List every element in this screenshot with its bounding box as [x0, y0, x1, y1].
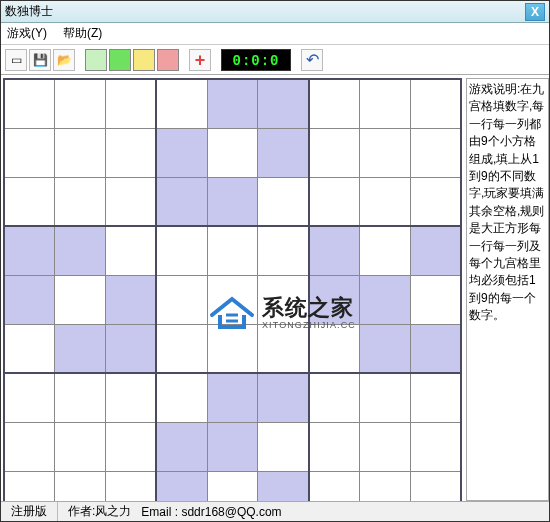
sudoku-cell[interactable] — [106, 471, 157, 501]
sudoku-cell[interactable] — [156, 128, 207, 177]
sudoku-cell[interactable] — [4, 373, 55, 422]
sudoku-cell[interactable] — [207, 128, 258, 177]
close-button[interactable]: X — [525, 3, 545, 21]
sudoku-cell[interactable] — [309, 373, 360, 422]
folder-open-icon: 📂 — [57, 53, 72, 67]
sudoku-cell[interactable] — [55, 177, 106, 226]
sudoku-cell[interactable] — [55, 226, 106, 275]
status-author: 作者: 风之力 Email : sddr168@QQ.com — [58, 502, 292, 521]
color-red[interactable] — [157, 49, 179, 71]
titlebar: 数独博士 X — [1, 1, 549, 23]
sudoku-cell[interactable] — [4, 226, 55, 275]
sudoku-cell[interactable] — [4, 422, 55, 471]
sudoku-cell[interactable] — [106, 177, 157, 226]
sudoku-cell[interactable] — [4, 177, 55, 226]
menu-help[interactable]: 帮助(Z) — [63, 25, 102, 42]
sudoku-cell[interactable] — [106, 422, 157, 471]
sudoku-cell[interactable] — [359, 128, 410, 177]
sudoku-cell[interactable] — [410, 177, 461, 226]
sudoku-cell[interactable] — [359, 471, 410, 501]
sudoku-cell[interactable] — [156, 226, 207, 275]
sudoku-cell[interactable] — [309, 471, 360, 501]
sudoku-area: 系统之家 XITONGZHIJIA.CC — [3, 78, 464, 501]
sudoku-cell[interactable] — [55, 79, 106, 128]
new-button[interactable]: ▭ — [5, 49, 27, 71]
sudoku-cell[interactable] — [207, 324, 258, 373]
sudoku-cell[interactable] — [106, 128, 157, 177]
sudoku-cell[interactable] — [258, 471, 309, 501]
sudoku-cell[interactable] — [309, 128, 360, 177]
sudoku-cell[interactable] — [207, 373, 258, 422]
sudoku-cell[interactable] — [359, 79, 410, 128]
sudoku-cell[interactable] — [156, 471, 207, 501]
color-green[interactable] — [109, 49, 131, 71]
sudoku-cell[interactable] — [4, 471, 55, 501]
sudoku-cell[interactable] — [359, 324, 410, 373]
sudoku-cell[interactable] — [4, 275, 55, 324]
sudoku-cell[interactable] — [106, 275, 157, 324]
sudoku-cell[interactable] — [55, 324, 106, 373]
sudoku-cell[interactable] — [156, 177, 207, 226]
sudoku-cell[interactable] — [359, 422, 410, 471]
sudoku-cell[interactable] — [258, 422, 309, 471]
sudoku-cell[interactable] — [410, 128, 461, 177]
sudoku-cell[interactable] — [258, 373, 309, 422]
sudoku-cell[interactable] — [207, 275, 258, 324]
sudoku-cell[interactable] — [410, 226, 461, 275]
sudoku-cell[interactable] — [309, 324, 360, 373]
color-light-green[interactable] — [85, 49, 107, 71]
sudoku-cell[interactable] — [359, 226, 410, 275]
sudoku-cell[interactable] — [258, 226, 309, 275]
sudoku-cell[interactable] — [359, 177, 410, 226]
sudoku-cell[interactable] — [156, 275, 207, 324]
sudoku-cell[interactable] — [106, 373, 157, 422]
sudoku-cell[interactable] — [359, 275, 410, 324]
sudoku-cell[interactable] — [4, 324, 55, 373]
sudoku-cell[interactable] — [156, 422, 207, 471]
sudoku-cell[interactable] — [55, 128, 106, 177]
sudoku-cell[interactable] — [55, 422, 106, 471]
sudoku-cell[interactable] — [258, 275, 309, 324]
sudoku-cell[interactable] — [106, 79, 157, 128]
toolbar: ▭ 💾 📂 + 0:0:0 ↶ — [1, 45, 549, 75]
window-title: 数独博士 — [5, 3, 525, 20]
sudoku-cell[interactable] — [55, 275, 106, 324]
sudoku-cell[interactable] — [258, 324, 309, 373]
sudoku-cell[interactable] — [156, 373, 207, 422]
sudoku-cell[interactable] — [258, 177, 309, 226]
sudoku-cell[interactable] — [207, 226, 258, 275]
sudoku-cell[interactable] — [207, 177, 258, 226]
sudoku-cell[interactable] — [359, 373, 410, 422]
sudoku-cell[interactable] — [410, 422, 461, 471]
sudoku-cell[interactable] — [309, 79, 360, 128]
sudoku-cell[interactable] — [55, 471, 106, 501]
color-yellow[interactable] — [133, 49, 155, 71]
sudoku-cell[interactable] — [258, 128, 309, 177]
menu-game[interactable]: 游戏(Y) — [7, 25, 47, 42]
open-button[interactable]: 📂 — [53, 49, 75, 71]
sudoku-cell[interactable] — [4, 128, 55, 177]
sudoku-cell[interactable] — [156, 324, 207, 373]
sudoku-cell[interactable] — [410, 373, 461, 422]
sudoku-grid[interactable] — [3, 78, 462, 501]
sudoku-cell[interactable] — [106, 324, 157, 373]
sudoku-cell[interactable] — [309, 226, 360, 275]
sudoku-cell[interactable] — [207, 422, 258, 471]
sudoku-cell[interactable] — [207, 79, 258, 128]
sudoku-cell[interactable] — [410, 79, 461, 128]
sudoku-cell[interactable] — [410, 324, 461, 373]
sudoku-cell[interactable] — [106, 226, 157, 275]
save-button[interactable]: 💾 — [29, 49, 51, 71]
sudoku-cell[interactable] — [309, 275, 360, 324]
sudoku-cell[interactable] — [309, 422, 360, 471]
undo-button[interactable]: ↶ — [301, 49, 323, 71]
sudoku-cell[interactable] — [4, 79, 55, 128]
sudoku-cell[interactable] — [207, 471, 258, 501]
sudoku-cell[interactable] — [410, 275, 461, 324]
sudoku-cell[interactable] — [55, 373, 106, 422]
sudoku-cell[interactable] — [156, 79, 207, 128]
add-button[interactable]: + — [189, 49, 211, 71]
sudoku-cell[interactable] — [309, 177, 360, 226]
sudoku-cell[interactable] — [410, 471, 461, 501]
sudoku-cell[interactable] — [258, 79, 309, 128]
